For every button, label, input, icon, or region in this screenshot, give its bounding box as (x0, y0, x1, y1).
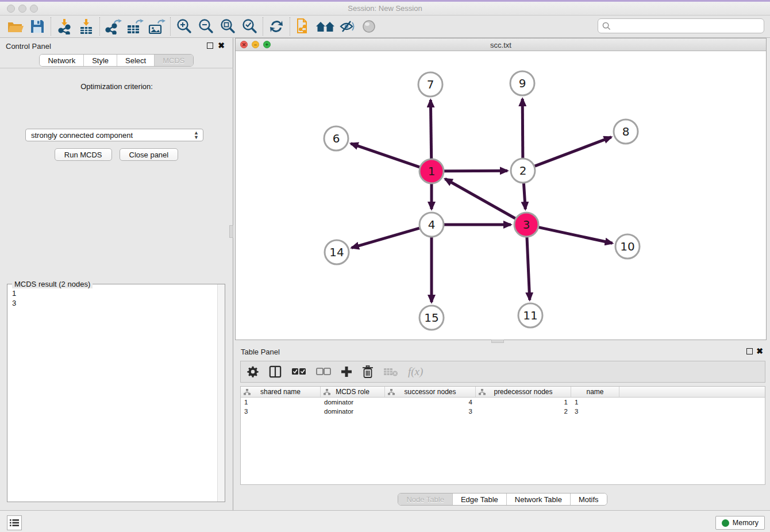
tab-mcds[interactable]: MCDS (155, 55, 192, 66)
criterion-select[interactable]: strongly connected component ▲▼ (25, 129, 203, 141)
table-splitter-handle[interactable] (491, 340, 504, 343)
column-header-shared-name[interactable]: shared name (241, 387, 321, 397)
close-table-panel-icon[interactable]: ✖ (756, 346, 763, 356)
zoom-in-button[interactable] (173, 17, 195, 36)
table-tabs: Node Table Edge Table Network Table Moti… (235, 493, 770, 506)
search-box[interactable] (598, 18, 764, 33)
preview-button[interactable] (358, 17, 380, 36)
hide-selected-button[interactable] (336, 17, 358, 36)
column-header-mcds-role[interactable]: MCDS role (321, 387, 385, 397)
graph-edge-3-11[interactable] (527, 237, 530, 300)
graph-edge-1-6[interactable] (351, 144, 420, 167)
table-settings-button[interactable] (247, 365, 259, 378)
tab-network[interactable]: Network (40, 55, 84, 66)
network-window-titlebar[interactable]: ✕ − + scc.txt (236, 38, 766, 51)
table-row[interactable]: 3 dominator 3 2 3 (241, 407, 765, 416)
clone-network-button[interactable] (292, 17, 314, 36)
network-canvas[interactable]: 7968124314101511 (236, 51, 766, 340)
graph-node-label: 10 (620, 240, 634, 253)
delete-column-button[interactable] (362, 365, 374, 378)
add-column-button[interactable] (341, 366, 352, 377)
network-graph[interactable]: 7968124314101511 (236, 51, 766, 340)
column-header-name[interactable]: name (571, 387, 619, 397)
import-network-button[interactable] (53, 17, 75, 36)
graph-edge-2-3[interactable] (523, 183, 525, 209)
graph-node-label: 7 (427, 78, 434, 91)
float-table-panel-icon[interactable] (746, 348, 753, 354)
cell-name[interactable]: 1 (571, 399, 619, 406)
column-view-button[interactable] (269, 365, 282, 378)
main-toolbar (0, 16, 770, 38)
column-header-successor-nodes[interactable]: successor nodes (385, 387, 476, 397)
open-file-button[interactable] (5, 17, 26, 36)
tab-style[interactable]: Style (84, 55, 117, 66)
select-all-button[interactable] (291, 368, 306, 376)
show-all-button[interactable] (314, 17, 336, 36)
graph-edge-4-14[interactable] (352, 228, 419, 248)
graph-node-label: 9 (519, 76, 526, 90)
graph-edge-1-7[interactable] (430, 100, 431, 159)
close-panel-icon[interactable]: ✖ (218, 41, 225, 50)
column-header-predecessor-nodes[interactable]: predecessor nodes (476, 387, 571, 397)
zoom-fit-button[interactable] (217, 17, 238, 36)
mcds-result-list[interactable]: 1 3 (7, 285, 217, 502)
control-panel-header: Control Panel ✖ (0, 38, 233, 54)
tab-node-table[interactable]: Node Table (398, 494, 453, 505)
save-session-button[interactable] (26, 17, 48, 36)
graph-edge-3-1[interactable] (445, 179, 515, 218)
export-network-button[interactable] (102, 17, 124, 36)
refresh-icon (269, 19, 284, 34)
clone-network-icon (295, 18, 311, 35)
import-network-icon (56, 18, 72, 34)
graph-edge-1-2[interactable] (444, 171, 507, 171)
graph-node-label: 8 (622, 125, 630, 138)
apply-layout-button[interactable] (265, 17, 287, 36)
graph-node-label: 1 (428, 164, 436, 178)
control-panel-tabs: Network Style Select MCDS (0, 54, 233, 67)
node-table[interactable]: shared name MCDS role successor nodes pr… (240, 386, 765, 485)
cell-name[interactable]: 3 (571, 408, 619, 415)
graph-node-label: 15 (424, 311, 438, 325)
cell-predecessor-nodes[interactable]: 2 (476, 408, 571, 415)
mcds-result-box: MCDS result (2 nodes) 1 3 (7, 284, 225, 502)
table-panel-title: Table Panel (241, 348, 280, 356)
close-panel-button[interactable]: Close panel (120, 148, 179, 161)
export-table-icon (126, 18, 144, 34)
cell-mcds-role[interactable]: dominator (321, 399, 385, 406)
cell-shared-name[interactable]: 1 (241, 399, 321, 406)
graph-edge-3-10[interactable] (539, 228, 613, 244)
attribute-icon (479, 389, 486, 395)
panel-splitter-handle[interactable] (229, 225, 233, 238)
zoom-selected-button[interactable] (238, 17, 260, 36)
cell-shared-name[interactable]: 3 (241, 408, 321, 415)
cell-successor-nodes[interactable]: 3 (385, 408, 476, 415)
task-history-button[interactable] (7, 515, 22, 530)
run-mcds-button[interactable]: Run MCDS (55, 148, 112, 161)
search-input[interactable] (611, 20, 764, 32)
list-icon (10, 519, 19, 527)
export-table-button[interactable] (124, 17, 146, 36)
tab-motifs[interactable]: Motifs (571, 494, 607, 505)
tab-network-table[interactable]: Network Table (507, 494, 571, 505)
attribute-icon (324, 389, 330, 395)
export-image-button[interactable] (146, 17, 168, 36)
result-scrollbar[interactable] (217, 284, 225, 502)
import-table-button[interactable] (75, 17, 97, 36)
cell-predecessor-nodes[interactable]: 1 (476, 399, 571, 406)
graph-edge-2-9[interactable] (522, 99, 523, 158)
tab-edge-table[interactable]: Edge Table (453, 494, 507, 505)
deselect-all-button[interactable] (316, 368, 331, 376)
zoom-out-button[interactable] (195, 17, 217, 36)
toolbar-separator (170, 17, 171, 36)
tab-select[interactable]: Select (117, 55, 155, 66)
optimization-criterion-label: Optimization criterion: (0, 82, 233, 91)
table-row[interactable]: 1 dominator 4 1 1 (241, 398, 765, 407)
delete-table-icon (383, 367, 398, 377)
network-title: scc.txt (236, 41, 766, 49)
table-panel-header: Table Panel ✖ (235, 344, 770, 360)
float-panel-icon[interactable] (207, 43, 213, 49)
cell-mcds-role[interactable]: dominator (321, 408, 385, 415)
memory-button[interactable]: Memory (715, 516, 765, 530)
graph-edge-2-8[interactable] (535, 137, 611, 167)
cell-successor-nodes[interactable]: 4 (385, 399, 476, 406)
